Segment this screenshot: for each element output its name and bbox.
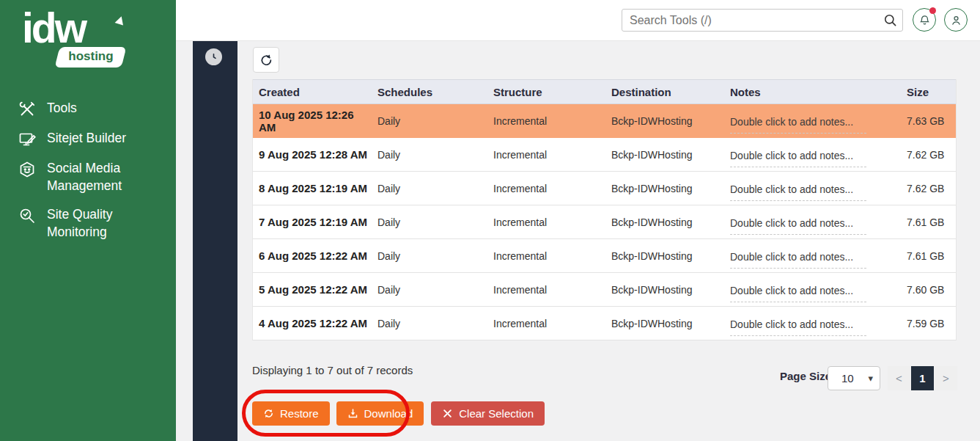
sidebar-item-tools[interactable]: Tools: [0, 94, 176, 124]
page-size-label: Page Size: [780, 370, 831, 382]
top-header: [176, 0, 980, 41]
column-header-schedules: Schedules: [372, 86, 487, 98]
action-buttons: Restore Download Clear Selection: [252, 401, 545, 426]
records-summary: Displaying 1 to 7 out of 7 records: [252, 364, 413, 376]
schedule-cell: Daily: [372, 284, 487, 296]
structure-cell: Incremental: [487, 318, 605, 329]
size-cell: 7.59 GB: [901, 318, 957, 329]
created-cell: 9 Aug 2025 12:28 AM: [253, 148, 372, 161]
table-row[interactable]: 8 Aug 2025 12:19 AM Daily Incremental Bc…: [253, 172, 956, 205]
logo-badge: hosting: [55, 47, 127, 68]
table-row[interactable]: 9 Aug 2025 12:28 AM Daily Incremental Bc…: [253, 138, 956, 172]
pagination: < 1 >: [888, 366, 957, 390]
notes-cell[interactable]: Double click to add notes...: [724, 277, 901, 302]
structure-cell: Incremental: [487, 183, 605, 194]
table-header-row: Created Schedules Structure Destination …: [253, 79, 956, 104]
created-cell: 5 Aug 2025 12:22 AM: [253, 283, 372, 296]
sidebar-item-label: Social Media Management: [47, 160, 166, 194]
schedule-cell: Daily: [372, 318, 487, 329]
structure-cell: Incremental: [487, 250, 605, 262]
notes-cell[interactable]: Double click to add notes...: [724, 109, 901, 134]
sidebar-item-label: Sitejet Builder: [47, 130, 126, 147]
table-row[interactable]: 6 Aug 2025 12:22 AM Daily Incremental Bc…: [253, 239, 956, 273]
destination-cell: Bckp-IDWHosting: [605, 318, 724, 329]
sidebar-nav: Tools Sitejet Builder: [0, 94, 176, 247]
logo-text: idw: [22, 7, 154, 49]
table-row[interactable]: 5 Aug 2025 12:22 AM Daily Incremental Bc…: [253, 273, 956, 307]
table-row[interactable]: 10 Aug 2025 12:26 AM Daily Incremental B…: [253, 104, 956, 138]
structure-cell: Incremental: [487, 284, 605, 296]
size-cell: 7.61 GB: [901, 250, 957, 262]
main-content: Created Schedules Structure Destination …: [237, 41, 980, 441]
column-header-notes: Notes: [724, 86, 901, 98]
tools-icon: [18, 101, 36, 118]
column-header-created: Created: [253, 86, 372, 98]
backup-history-clock-icon[interactable]: [205, 48, 222, 65]
created-cell: 8 Aug 2025 12:19 AM: [253, 182, 372, 194]
sidebar: idw hosting Tools: [0, 0, 176, 441]
table-row[interactable]: 7 Aug 2025 12:19 AM Daily Incremental Bc…: [253, 205, 956, 239]
created-cell: 4 Aug 2025 12:22 AM: [253, 317, 372, 329]
destination-cell: Bckp-IDWHosting: [605, 183, 724, 194]
destination-cell: Bckp-IDWHosting: [605, 250, 724, 262]
size-cell: 7.61 GB: [901, 216, 957, 228]
size-cell: 7.63 GB: [901, 115, 957, 127]
notification-dot: [929, 7, 936, 14]
notes-cell[interactable]: Double click to add notes...: [724, 311, 901, 336]
structure-cell: Incremental: [487, 149, 605, 161]
side-rail: [193, 41, 237, 441]
destination-cell: Bckp-IDWHosting: [605, 216, 724, 228]
logo-badge-label: hosting: [68, 49, 113, 64]
current-page-button[interactable]: 1: [911, 366, 934, 390]
destination-cell: Bckp-IDWHosting: [605, 149, 724, 161]
sidebar-item-sitejet-builder[interactable]: Sitejet Builder: [0, 124, 176, 154]
structure-cell: Incremental: [487, 216, 605, 228]
column-header-structure: Structure: [487, 86, 605, 98]
prev-page-button[interactable]: <: [888, 366, 910, 390]
idw-hosting-logo[interactable]: idw hosting: [22, 7, 154, 75]
search-input[interactable]: [622, 9, 903, 32]
schedule-cell: Daily: [372, 183, 487, 194]
chevron-down-icon: ▾: [868, 373, 873, 384]
next-page-button[interactable]: >: [935, 366, 957, 390]
table-row[interactable]: 4 Aug 2025 12:22 AM Daily Incremental Bc…: [253, 307, 956, 340]
sidebar-item-label: Tools: [47, 100, 77, 117]
schedule-cell: Daily: [372, 115, 487, 127]
schedule-cell: Daily: [372, 216, 487, 228]
sync-icon: [263, 408, 274, 419]
column-header-destination: Destination: [605, 86, 724, 98]
size-cell: 7.62 GB: [901, 183, 957, 194]
clear-icon: [442, 408, 453, 419]
created-cell: 10 Aug 2025 12:26 AM: [253, 109, 372, 134]
destination-cell: Bckp-IDWHosting: [605, 284, 724, 296]
page-size-select[interactable]: 10 ▾: [828, 366, 880, 390]
search-icon[interactable]: [883, 13, 897, 27]
column-header-size: Size: [901, 86, 957, 98]
sitejet-builder-icon: [18, 131, 36, 148]
notes-cell[interactable]: Double click to add notes...: [724, 210, 901, 235]
notifications-button[interactable]: [913, 8, 936, 32]
backups-table: Created Schedules Structure Destination …: [252, 79, 957, 340]
structure-cell: Incremental: [487, 115, 605, 127]
notes-cell[interactable]: Double click to add notes...: [724, 244, 901, 269]
destination-cell: Bckp-IDWHosting: [605, 115, 724, 127]
size-cell: 7.62 GB: [901, 149, 957, 161]
search-box: [622, 9, 903, 32]
restore-button[interactable]: Restore: [252, 401, 330, 426]
schedule-cell: Daily: [372, 250, 487, 262]
sidebar-item-social-media[interactable]: Social Media Management: [0, 154, 176, 200]
sidebar-item-label: Site Quality Monitoring: [47, 206, 166, 241]
notes-cell[interactable]: Double click to add notes...: [724, 176, 901, 201]
download-button[interactable]: Download: [336, 401, 424, 426]
download-icon: [347, 408, 358, 419]
refresh-button[interactable]: [253, 47, 279, 73]
schedule-cell: Daily: [372, 149, 487, 161]
social-media-icon: [18, 161, 36, 178]
clear-selection-button[interactable]: Clear Selection: [431, 401, 545, 426]
created-cell: 7 Aug 2025 12:19 AM: [253, 216, 372, 228]
notes-cell[interactable]: Double click to add notes...: [724, 142, 901, 167]
site-quality-icon: [18, 207, 36, 225]
account-button[interactable]: [944, 8, 968, 32]
sidebar-item-site-quality[interactable]: Site Quality Monitoring: [0, 200, 176, 247]
created-cell: 6 Aug 2025 12:22 AM: [253, 249, 372, 262]
